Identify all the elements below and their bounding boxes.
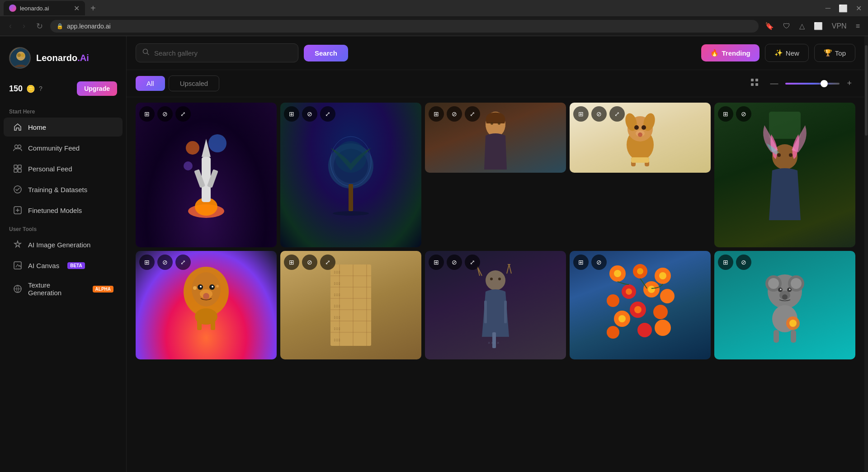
upgrade-button[interactable]: Upgrade [77, 81, 117, 96]
trending-button[interactable]: 🔥 Trending [701, 44, 759, 61]
svg-text:𓃀 𓄀 𓅀: 𓃀 𓄀 𓅀 [334, 282, 340, 286]
bookmark-btn[interactable]: 🔖 [762, 20, 777, 32]
card-7-options-btn[interactable]: ⊘ [302, 255, 317, 270]
svg-point-32 [333, 211, 369, 216]
card-5-generate-btn[interactable]: ⊞ [718, 106, 733, 122]
sidebar-logo: Leonardo.Ai [0, 43, 126, 78]
search-input[interactable] [154, 49, 292, 57]
svg-point-41 [634, 125, 639, 130]
card-8-options-btn[interactable]: ⊘ [447, 255, 462, 270]
card-3-expand-btn[interactable]: ⤢ [465, 106, 480, 122]
image-card-3[interactable]: ⊞ ⊘ ⤢ [425, 103, 566, 173]
sidebar-item-training[interactable]: Training & Datasets [4, 180, 123, 199]
svg-point-105 [618, 315, 626, 322]
lock-icon: 🔒 [57, 23, 63, 29]
personal-feed-label: Personal Feed [28, 165, 72, 173]
card-3-options-btn[interactable]: ⊘ [447, 106, 462, 122]
forward-btn[interactable]: › [19, 19, 29, 33]
user-avatar[interactable] [9, 47, 31, 69]
back-btn[interactable]: ‹ [5, 19, 15, 33]
svg-point-82 [486, 270, 505, 290]
sidebar-item-home[interactable]: Home [4, 118, 123, 137]
credits-token-icon: 🪙 [26, 85, 35, 93]
maximize-btn[interactable]: ⬜ [836, 2, 850, 14]
scrollbar[interactable] [864, 36, 868, 472]
card-6-expand-btn[interactable]: ⤢ [175, 255, 191, 270]
address-bar[interactable]: 🔒 app.leonardo.ai [50, 20, 759, 33]
image-card-1[interactable]: ⊞ ⊘ ⤢ [136, 103, 277, 247]
close-browser-btn[interactable]: ✕ [853, 2, 864, 14]
card-2-generate-btn[interactable]: ⊞ [284, 106, 299, 122]
minimize-btn[interactable]: ─ [823, 2, 833, 14]
card-8-expand-btn[interactable]: ⤢ [465, 255, 480, 270]
card-4-expand-btn[interactable]: ⤢ [609, 106, 625, 122]
image-card-4[interactable]: ⊞ ⊘ ⤢ [570, 103, 711, 173]
tab-all[interactable]: All [136, 76, 165, 91]
credits-help-icon[interactable]: ? [39, 85, 42, 92]
grid-view-btn[interactable] [746, 76, 763, 91]
top-button[interactable]: 🏆 Top [814, 44, 855, 62]
card-10-generate-btn[interactable]: ⊞ [718, 255, 733, 270]
sidebar-item-texture[interactable]: Texture Generation ALPHA [4, 277, 123, 301]
card-6-options-btn[interactable]: ⊘ [157, 255, 173, 270]
card-9-options-btn[interactable]: ⊘ [591, 255, 607, 270]
search-button[interactable]: Search [304, 45, 348, 61]
svg-rect-83 [492, 332, 496, 348]
credits-count: 150 [9, 84, 23, 94]
new-button[interactable]: ✨ New [765, 44, 809, 62]
card-9-generate-btn[interactable]: ⊞ [573, 255, 589, 270]
card-4-options-btn[interactable]: ⊘ [591, 106, 607, 122]
card-7-generate-btn[interactable]: ⊞ [284, 255, 299, 270]
card-1-options-btn[interactable]: ⊘ [157, 106, 173, 122]
card-8-generate-btn[interactable]: ⊞ [429, 255, 444, 270]
card-6-generate-btn[interactable]: ⊞ [139, 255, 155, 270]
card-10-options-btn[interactable]: ⊘ [736, 255, 751, 270]
sidebar-item-finetuned[interactable]: Finetuned Models [4, 201, 123, 220]
active-tab[interactable]: leonardo.ai ✕ [4, 1, 85, 15]
menu-btn[interactable]: ≡ [853, 20, 863, 32]
svg-point-102 [634, 306, 642, 313]
zoom-in-btn[interactable]: + [843, 77, 855, 90]
extensions-btn[interactable]: ⬜ [811, 20, 826, 32]
zoom-slider[interactable] [785, 83, 840, 85]
card-1-expand-btn[interactable]: ⤢ [175, 106, 191, 122]
image-card-6[interactable]: ⊞ ⊘ ⤢ [136, 251, 277, 359]
ai-canvas-label: AI Canvas [28, 262, 59, 269]
image-card-8[interactable]: ⚔ ⚔ ⚔ ⚔ ⊞ ⊘ ⤢ [425, 251, 566, 359]
card-1-generate-btn[interactable]: ⊞ [139, 106, 155, 122]
card-3-generate-btn[interactable]: ⊞ [429, 106, 444, 122]
svg-text:𓁁 𓂁 𓃁: 𓁁 𓂁 𓃁 [334, 338, 340, 342]
finetuned-icon [13, 205, 23, 215]
card-4-generate-btn[interactable]: ⊞ [573, 106, 589, 122]
brand-name: Leonardo.Ai [36, 53, 89, 63]
zoom-out-btn[interactable]: — [766, 77, 782, 90]
top-label: Top [835, 49, 846, 57]
svg-point-116 [780, 289, 782, 290]
image-card-2[interactable]: ⊞ ⊘ ⤢ [280, 103, 421, 247]
sidebar-item-personal-feed[interactable]: Personal Feed [4, 159, 123, 178]
image-card-9[interactable]: ⊞ ⊘ [570, 251, 711, 359]
image-card-7[interactable]: 𓀀 𓁀 𓂀 𓃀 𓄀 𓅀 𓆀 𓇀 𓈀 𓉀 𓊀 𓋀 𓌀 𓍀 𓎀 𓏀 𓐀 𓀁 𓁁 𓂁 … [280, 251, 421, 359]
top-bar: Search 🔥 Trending ✨ New 🏆 Top [127, 36, 864, 70]
card-2-expand-btn[interactable]: ⤢ [320, 106, 335, 122]
vpn-btn[interactable]: VPN [829, 20, 849, 32]
reload-btn[interactable]: ↻ [33, 19, 47, 33]
image-card-10[interactable]: ⊞ ⊘ [714, 251, 855, 359]
tab-close-btn[interactable]: ✕ [74, 4, 80, 13]
shield-btn[interactable]: 🛡 [780, 20, 793, 32]
card-5-options-btn[interactable]: ⊘ [736, 106, 751, 122]
profile-btn[interactable]: △ [797, 20, 807, 32]
sidebar-item-ai-canvas[interactable]: AI Canvas BETA [4, 256, 123, 275]
section-user-tools: User Tools [0, 221, 126, 234]
tab-upscaled[interactable]: Upscaled [169, 76, 220, 91]
sidebar-item-community-feed[interactable]: Community Feed [4, 138, 123, 157]
scrollbar-thumb[interactable] [865, 45, 868, 136]
card-7-expand-btn[interactable]: ⤢ [320, 255, 335, 270]
card-2-options-btn[interactable]: ⊘ [302, 106, 317, 122]
new-tab-button[interactable]: + [87, 3, 99, 14]
image-card-5[interactable]: ⊞ ⊘ [714, 103, 855, 247]
sidebar-item-ai-image[interactable]: AI Image Generation [4, 235, 123, 254]
ai-canvas-badge: BETA [67, 262, 85, 269]
card-10-actions: ⊞ ⊘ [718, 255, 751, 270]
svg-point-98 [648, 286, 655, 293]
